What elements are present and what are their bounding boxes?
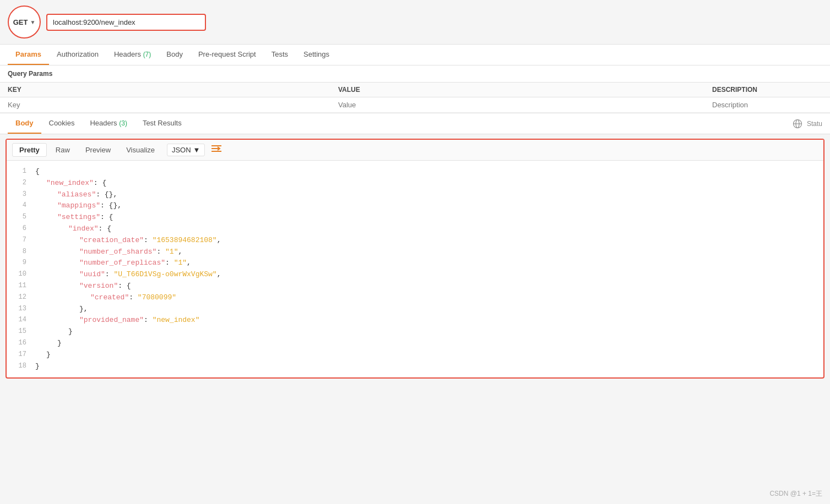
method-button[interactable]: GET ▼: [8, 6, 41, 39]
tab-headers[interactable]: Headers (7): [106, 45, 159, 65]
view-visualize-btn[interactable]: Visualize: [120, 144, 161, 156]
code-area: 1{2"new_index": {3"aliases": {},4"mappin…: [7, 161, 823, 377]
code-line: 5"settings": {: [7, 212, 823, 223]
format-select[interactable]: JSON ▼: [167, 144, 205, 156]
url-input[interactable]: localhost:9200/new_index: [46, 14, 206, 31]
request-tabs: Params Authorization Headers (7) Body Pr…: [0, 45, 830, 65]
view-preview-btn[interactable]: Preview: [79, 144, 117, 156]
code-line: 3"aliases": {},: [7, 189, 823, 201]
headers-badge: (7): [143, 51, 151, 58]
response-headers-badge: (3): [119, 119, 127, 127]
value-cell[interactable]: [338, 101, 712, 109]
code-line: 17}: [7, 349, 823, 361]
wrap-button[interactable]: [210, 144, 223, 156]
code-line: 4"mappings": {},: [7, 200, 823, 212]
tab-cookies[interactable]: Cookies: [41, 113, 83, 134]
tab-authorization[interactable]: Authorization: [49, 45, 106, 65]
tab-prerequest[interactable]: Pre-request Script: [191, 45, 264, 65]
code-line: 16}: [7, 338, 823, 349]
method-label: GET: [13, 18, 28, 26]
code-line: 1{: [7, 166, 823, 178]
format-arrow-icon: ▼: [193, 146, 200, 154]
code-line: 7"creation_date": "1653894682108",: [7, 235, 823, 246]
code-line: 9"number_of_replicas": "1",: [7, 258, 823, 269]
tab-body[interactable]: Body: [159, 45, 191, 65]
response-tabs-left: Body Cookies Headers (3) Test Results: [8, 113, 189, 134]
code-line: 2"new_index": {: [7, 178, 823, 189]
tab-settings[interactable]: Settings: [296, 45, 337, 65]
col-key-header: KEY: [8, 86, 338, 94]
tab-response-body[interactable]: Body: [8, 113, 41, 134]
params-row: [0, 97, 830, 113]
code-line: 12"created": "7080099": [7, 292, 823, 304]
tab-test-results[interactable]: Test Results: [135, 113, 189, 134]
query-params-header: Query Params: [0, 65, 830, 83]
key-input[interactable]: [8, 101, 338, 109]
code-line: 11"version": {: [7, 281, 823, 292]
code-line: 6"index": {: [7, 223, 823, 235]
query-params-section: Query Params KEY VALUE DESCRIPTION: [0, 65, 830, 113]
response-body-area: Pretty Raw Preview Visualize JSON ▼ 1{2"…: [6, 139, 824, 379]
view-raw-btn[interactable]: Raw: [49, 144, 77, 156]
format-label: JSON: [172, 146, 191, 154]
code-line: 15}: [7, 326, 823, 338]
globe-icon: [793, 119, 802, 129]
wrap-icon: [210, 144, 223, 154]
params-table-header: KEY VALUE DESCRIPTION: [0, 83, 830, 97]
desc-cell[interactable]: [712, 101, 822, 109]
code-line: 14"provided_name": "new_index": [7, 315, 823, 326]
tab-response-headers[interactable]: Headers (3): [82, 113, 134, 134]
response-status-area: Statu: [793, 119, 822, 129]
response-toolbar: Pretty Raw Preview Visualize JSON ▼: [7, 140, 823, 161]
code-line: 18}: [7, 361, 823, 372]
code-line: 13},: [7, 304, 823, 315]
col-value-header: VALUE: [338, 86, 712, 94]
tab-tests[interactable]: Tests: [264, 45, 296, 65]
view-pretty-btn[interactable]: Pretty: [12, 143, 47, 157]
value-input[interactable]: [338, 101, 712, 109]
code-line: 10"uuid": "U_T66D1VSg-o0wrWxVgKSw",: [7, 269, 823, 281]
top-bar: GET ▼ localhost:9200/new_index: [0, 0, 830, 45]
response-tabs: Body Cookies Headers (3) Test Results St…: [0, 113, 830, 134]
tab-params[interactable]: Params: [8, 45, 49, 65]
col-desc-header: DESCRIPTION: [712, 86, 822, 94]
code-line: 8"number_of_shards": "1",: [7, 246, 823, 258]
status-text: Statu: [807, 120, 822, 128]
desc-input[interactable]: [712, 101, 822, 109]
key-cell[interactable]: [8, 101, 338, 109]
method-dropdown-arrow: ▼: [30, 19, 35, 25]
